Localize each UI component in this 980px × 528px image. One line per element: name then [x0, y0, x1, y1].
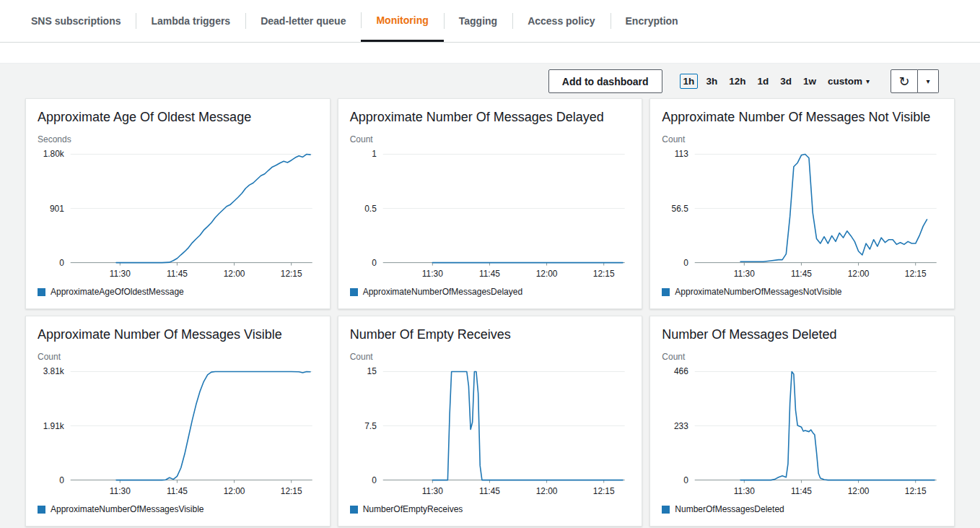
- legend-label: ApproximateNumberOfMessagesDelayed: [363, 287, 522, 297]
- svg-text:12:15: 12:15: [905, 486, 927, 496]
- tab-access-policy[interactable]: Access policy: [512, 0, 610, 42]
- y-axis-unit-label: Seconds: [38, 134, 318, 144]
- svg-text:11:30: 11:30: [734, 269, 755, 279]
- legend-item[interactable]: ApproximateNumberOfMessagesVisible: [38, 504, 318, 514]
- legend-color-swatch: [662, 288, 670, 296]
- tab-lambda-triggers[interactable]: Lambda triggers: [136, 0, 245, 42]
- svg-text:0: 0: [372, 258, 377, 268]
- svg-text:12:15: 12:15: [592, 486, 614, 496]
- legend-color-swatch: [38, 506, 45, 514]
- time-range-1h[interactable]: 1h: [680, 74, 699, 89]
- legend-color-swatch: [38, 288, 45, 296]
- chart-card-approximate-number-of-messages-delayed: Approximate Number Of Messages Delayed C…: [338, 98, 643, 309]
- svg-text:0: 0: [372, 475, 377, 485]
- svg-text:12:15: 12:15: [905, 269, 927, 279]
- svg-text:1: 1: [372, 149, 377, 159]
- time-range-12h[interactable]: 12h: [725, 74, 749, 89]
- svg-text:12:00: 12:00: [848, 269, 870, 279]
- line-chart: 466233011:3011:4512:0012:15: [662, 363, 942, 504]
- legend-item[interactable]: ApproximateNumberOfMessagesDelayed: [350, 287, 631, 297]
- tab-monitoring[interactable]: Monitoring: [361, 0, 443, 42]
- legend-item[interactable]: ApproximateAgeOfOldestMessage: [38, 287, 318, 297]
- caret-down-icon: ▾: [926, 77, 929, 85]
- time-range-1d[interactable]: 1d: [753, 74, 772, 89]
- line-chart: 11356.5011:3011:4512:0012:15: [662, 145, 942, 287]
- time-range-3d[interactable]: 3d: [776, 74, 795, 89]
- svg-text:11:45: 11:45: [791, 486, 812, 496]
- svg-text:11:45: 11:45: [791, 269, 812, 279]
- legend-item[interactable]: ApproximateNumberOfMessagesNotVisible: [662, 287, 942, 297]
- tab-bar: SNS subscriptions Lambda triggers Dead-l…: [0, 0, 980, 43]
- svg-text:11:30: 11:30: [734, 486, 755, 496]
- y-axis-unit-label: Count: [38, 352, 318, 362]
- svg-text:12:00: 12:00: [848, 486, 870, 496]
- subheader-strip: [0, 43, 980, 64]
- time-range-1w[interactable]: 1w: [800, 74, 820, 89]
- svg-text:113: 113: [675, 149, 688, 159]
- svg-text:7.5: 7.5: [364, 421, 377, 431]
- svg-text:1.91k: 1.91k: [43, 421, 64, 431]
- svg-text:0: 0: [683, 475, 688, 485]
- chart-title: Number Of Empty Receives: [350, 327, 631, 342]
- svg-text:12:00: 12:00: [224, 269, 245, 279]
- chart-title: Approximate Number Of Messages Visible: [38, 327, 318, 342]
- legend-item[interactable]: NumberOfEmptyReceives: [350, 504, 631, 514]
- line-chart: 157.5011:3011:4512:0012:15: [350, 363, 631, 504]
- chart-title: Approximate Number Of Messages Not Visib…: [662, 110, 942, 125]
- refresh-options-button[interactable]: ▾: [918, 69, 939, 93]
- svg-text:1.80k: 1.80k: [43, 149, 64, 159]
- svg-text:0: 0: [59, 475, 64, 485]
- tab-tagging[interactable]: Tagging: [444, 0, 512, 42]
- svg-text:466: 466: [674, 366, 688, 376]
- legend-label: ApproximateNumberOfMessagesNotVisible: [675, 287, 841, 297]
- svg-text:11:30: 11:30: [422, 269, 443, 279]
- legend-color-swatch: [350, 288, 358, 296]
- svg-text:0: 0: [683, 258, 688, 268]
- add-to-dashboard-button[interactable]: Add to dashboard: [548, 69, 662, 93]
- y-axis-unit-label: Count: [350, 352, 631, 362]
- svg-text:12:15: 12:15: [592, 269, 614, 279]
- refresh-button[interactable]: ↻: [891, 69, 918, 93]
- svg-text:0: 0: [59, 258, 64, 268]
- time-range-custom[interactable]: custom ▾: [824, 74, 873, 89]
- svg-text:901: 901: [50, 204, 64, 214]
- legend-item[interactable]: NumberOfMessagesDeleted: [662, 504, 942, 514]
- legend-label: ApproximateAgeOfOldestMessage: [51, 287, 184, 297]
- tab-sns-subscriptions[interactable]: SNS subscriptions: [16, 0, 136, 42]
- legend-label: NumberOfEmptyReceives: [363, 504, 463, 514]
- y-axis-unit-label: Count: [662, 352, 942, 362]
- time-range-3h[interactable]: 3h: [702, 74, 721, 89]
- svg-text:12:15: 12:15: [281, 269, 302, 279]
- line-chart: 3.81k1.91k011:3011:4512:0012:15: [38, 363, 318, 504]
- chart-title: Approximate Number Of Messages Delayed: [350, 110, 631, 125]
- svg-text:11:30: 11:30: [110, 269, 131, 279]
- refresh-icon: ↻: [898, 74, 909, 90]
- monitoring-panel: Add to dashboard 1h 3h 12h 1d 3d 1w cust…: [0, 64, 980, 527]
- tab-dead-letter-queue[interactable]: Dead-letter queue: [245, 0, 361, 42]
- svg-text:12:15: 12:15: [281, 486, 302, 496]
- svg-text:11:45: 11:45: [479, 269, 500, 279]
- chart-card-approximate-age-of-oldest-message: Approximate Age Of Oldest Message Second…: [25, 98, 331, 309]
- chart-grid: Approximate Age Of Oldest Message Second…: [25, 98, 955, 527]
- chart-title: Approximate Age Of Oldest Message: [38, 110, 318, 125]
- chart-card-number-of-empty-receives: Number Of Empty Receives Count 157.5011:…: [338, 316, 643, 527]
- svg-text:0.5: 0.5: [364, 204, 377, 214]
- caret-down-icon: ▾: [866, 78, 870, 85]
- legend-label: NumberOfMessagesDeleted: [675, 504, 784, 514]
- custom-label: custom: [828, 76, 862, 87]
- chart-toolbar: Add to dashboard 1h 3h 12h 1d 3d 1w cust…: [0, 64, 980, 93]
- svg-text:233: 233: [674, 421, 688, 431]
- svg-text:12:00: 12:00: [535, 269, 557, 279]
- svg-text:12:00: 12:00: [535, 486, 557, 496]
- svg-text:11:30: 11:30: [110, 486, 131, 496]
- tab-encryption[interactable]: Encryption: [611, 0, 694, 42]
- chart-card-approximate-number-of-messages-visible: Approximate Number Of Messages Visible C…: [25, 316, 331, 527]
- svg-text:11:45: 11:45: [479, 486, 500, 496]
- svg-text:11:30: 11:30: [422, 486, 443, 496]
- svg-text:12:00: 12:00: [224, 486, 245, 496]
- legend-label: ApproximateNumberOfMessagesVisible: [51, 504, 204, 514]
- line-chart: 10.5011:3011:4512:0012:15: [350, 145, 631, 287]
- svg-text:11:45: 11:45: [167, 269, 188, 279]
- time-range-selector: 1h 3h 12h 1d 3d 1w custom ▾: [680, 74, 873, 89]
- line-chart: 1.80k901011:3011:4512:0012:15: [38, 145, 318, 287]
